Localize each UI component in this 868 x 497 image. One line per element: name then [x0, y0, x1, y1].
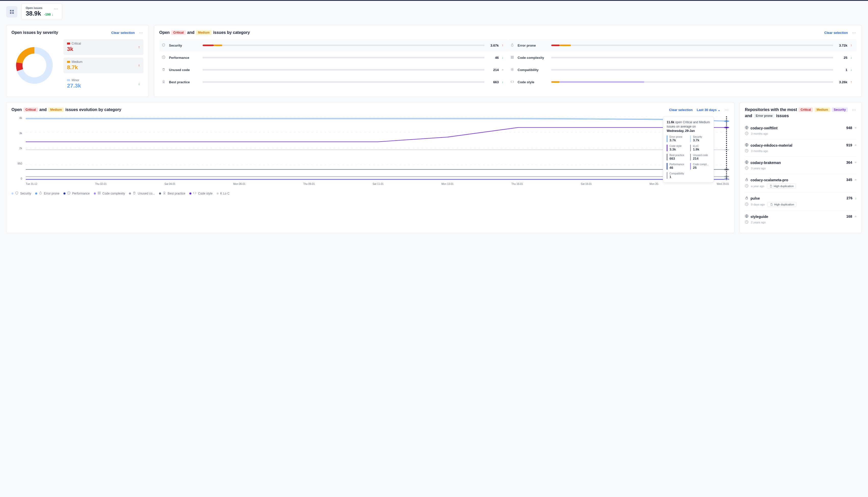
repo-time: 9 days ago [751, 203, 765, 206]
severity-row-minor[interactable]: Minor 27.3k ↓ [64, 76, 143, 92]
severity-row-critical[interactable]: Critical 3k ↑ [64, 39, 143, 55]
more-options-button[interactable]: ⋯ [725, 108, 729, 112]
clear-selection-button[interactable]: Clear selection [824, 31, 848, 34]
repo-row[interactable]: codacy-swiftlint 3 months ago 948 = [745, 122, 856, 139]
x-tick: Mon 20- [650, 183, 659, 188]
legend-dot-icon [217, 193, 219, 195]
more-options-button[interactable]: ⋯ [54, 6, 58, 11]
x-tick: Thu 16-01 [511, 183, 523, 188]
category-name: Compatibility [518, 68, 548, 72]
legend-dot-icon [189, 193, 191, 195]
repo-name: styleguide [750, 215, 768, 219]
filter-tag-security[interactable]: Security [832, 108, 848, 112]
severity-row-medium[interactable]: Medium 8.7k ↑ [64, 58, 143, 73]
open-issues-metric-card[interactable]: Open issues 38.9k -198 ↓ ⋯ [22, 3, 62, 20]
trend-arrow-icon: = [502, 68, 505, 72]
more-options-button[interactable]: ⋯ [852, 30, 856, 35]
x-tick: Thu 09-01 [303, 183, 315, 188]
legend-label: Security [20, 192, 31, 195]
repo-time: 3 months ago [751, 132, 768, 135]
category-name: Code style [518, 80, 548, 84]
repo-row[interactable]: codacy-scalameta-pro a year ago High dup… [745, 174, 856, 192]
repo-row[interactable]: codacy-brakeman 3 years ago 364 = [745, 157, 856, 174]
category-row-unused code[interactable]: Unused code 214 = [159, 63, 508, 76]
category-panel: Open Critical and Medium issues by categ… [154, 25, 862, 97]
category-row-code complexity[interactable]: Code complexity 25 ↓ [508, 52, 856, 63]
grid-icon [97, 191, 101, 196]
filter-tag-medium[interactable]: Medium [814, 108, 830, 112]
legend-item-k lo c[interactable]: K Lo C [217, 191, 230, 196]
tooltip-item: kLoC 1.9k [690, 145, 710, 151]
globe-icon [745, 143, 748, 147]
severity-donut-chart[interactable] [12, 43, 57, 88]
tooltip-item: Best practice 663 [667, 154, 687, 160]
dashboard-toggle-button[interactable] [6, 6, 17, 17]
repo-name: codacy-mkdocs-material [750, 143, 792, 147]
category-row-best practice[interactable]: Best practice 663 ↓ [159, 76, 508, 88]
category-name: Error prone [518, 44, 548, 47]
repo-row[interactable]: pulse 9 days ago High duplication 276 ↓ [745, 192, 856, 211]
repo-row[interactable]: styleguide 2 years ago 168 = [745, 211, 856, 228]
x-tick: Sat 18-01 [581, 183, 592, 188]
filter-tag-critical[interactable]: Critical [798, 108, 813, 112]
x-tick: Sat 04-01 [164, 183, 175, 188]
trend-arrow-icon: ↓ [851, 68, 854, 72]
severity-value: 27.3k [67, 83, 140, 89]
repo-count: 919 [846, 143, 852, 147]
more-options-button[interactable]: ⋯ [852, 108, 856, 112]
legend-item-performance[interactable]: Performance [64, 191, 90, 196]
filter-tag-critical[interactable]: Critical [171, 30, 186, 35]
legend-item-code style[interactable]: Code style [189, 191, 212, 196]
clear-selection-button[interactable]: Clear selection [111, 31, 135, 34]
trash-icon [133, 191, 136, 196]
repo-time: 3 years ago [751, 167, 766, 170]
equals-icon: = [855, 161, 856, 164]
time-range-dropdown[interactable]: Last 30 days ⌄ [697, 108, 720, 112]
code-icon [510, 80, 514, 84]
repo-count: 948 [846, 126, 852, 130]
legend-item-error prone[interactable]: Error prone [35, 191, 59, 196]
category-row-performance[interactable]: Performance 46 ↓ [159, 52, 508, 63]
category-bar [551, 81, 833, 83]
lock-icon [745, 196, 748, 200]
legend-dot-icon [64, 193, 66, 195]
legend-label: K Lo C [220, 192, 230, 195]
filter-tag-medium[interactable]: Medium [48, 108, 64, 112]
evolution-chart[interactable]: 4k3k2k9500 Tue 31-12Thu 02-01Sat 04-01Mo… [12, 116, 729, 188]
filter-tag-critical[interactable]: Critical [24, 108, 38, 112]
category-row-error prone[interactable]: Error prone 3.72k ↑ [508, 39, 856, 52]
legend-item-best practice[interactable]: Best practice [159, 191, 185, 196]
category-row-compatibility[interactable]: Compatibility 1 ↓ [508, 63, 856, 76]
filter-tag-medium[interactable]: Medium [196, 30, 211, 35]
globe-icon [745, 126, 748, 130]
x-tick: Mon 06-01 [233, 183, 245, 188]
filter-tag-error-prone[interactable]: Error prone [754, 114, 774, 118]
y-tick: 950 [17, 162, 22, 165]
panel-title: Open issues by severity [12, 30, 58, 35]
tooltip-item: Performance 46 [667, 163, 687, 170]
repo-count: 364 [846, 160, 852, 165]
legend-item-security[interactable]: Security [12, 191, 31, 196]
repo-row[interactable]: codacy-mkdocs-material 3 months ago 919 … [745, 139, 856, 157]
metric-label: Open issues [26, 6, 58, 10]
legend-item-code complexity[interactable]: Code complexity [94, 191, 125, 196]
trend-arrow-icon: ↑ [502, 44, 505, 47]
legend-dot-icon [159, 193, 161, 195]
legend-item-unused co...[interactable]: Unused co... [129, 191, 155, 196]
category-row-code style[interactable]: Code style 3.26k ↑ [508, 76, 856, 88]
clock-icon [745, 132, 748, 136]
globe-icon [745, 160, 748, 165]
metric-value: 38.9k [26, 10, 41, 17]
duplication-badge: High duplication [767, 184, 796, 189]
clock-icon [67, 191, 71, 196]
panel-title: Open Critical and Medium issues evolutio… [12, 108, 121, 112]
tooltip-item: Unused code 214 [690, 154, 710, 160]
category-bar [551, 45, 833, 46]
clock-icon [745, 149, 748, 153]
more-options-button[interactable]: ⋯ [139, 30, 143, 35]
clear-selection-button[interactable]: Clear selection [669, 108, 693, 112]
category-name: Performance [169, 56, 199, 60]
category-row-security[interactable]: Security 3.67k ↑ [159, 39, 508, 52]
repo-count: 168 [846, 214, 852, 218]
severity-swatch-icon [67, 61, 70, 63]
